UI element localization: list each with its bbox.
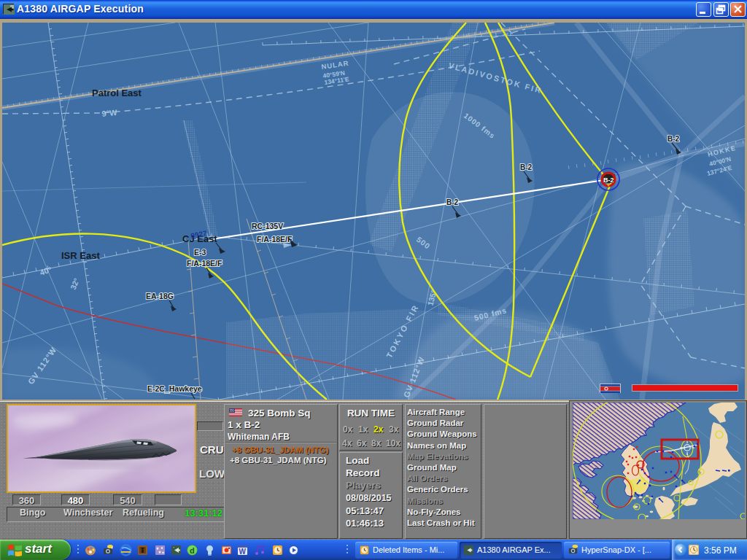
- svg-text:B-2: B-2: [520, 163, 533, 171]
- svg-text:W: W: [239, 548, 247, 556]
- svg-text:E-3: E-3: [194, 248, 206, 257]
- svg-text:ISR East: ISR East: [61, 250, 100, 261]
- svg-text:E-2C_Hawkeye: E-2C_Hawkeye: [147, 384, 202, 393]
- svg-text:d: d: [190, 546, 195, 555]
- svg-text:F/A-18E/F: F/A-18E/F: [257, 235, 293, 244]
- svg-text:EA-18G: EA-18G: [146, 292, 174, 300]
- svg-text:F/A-18E/F: F/A-18E/F: [187, 259, 222, 268]
- svg-text:B-2: B-2: [603, 176, 614, 184]
- svg-text:9°W: 9°W: [101, 108, 118, 118]
- svg-text:RC-135V: RC-135V: [252, 222, 283, 230]
- svg-text:Patrol East: Patrol East: [92, 88, 142, 98]
- svg-text:B-2: B-2: [446, 198, 459, 206]
- svg-text:B-2: B-2: [667, 135, 680, 143]
